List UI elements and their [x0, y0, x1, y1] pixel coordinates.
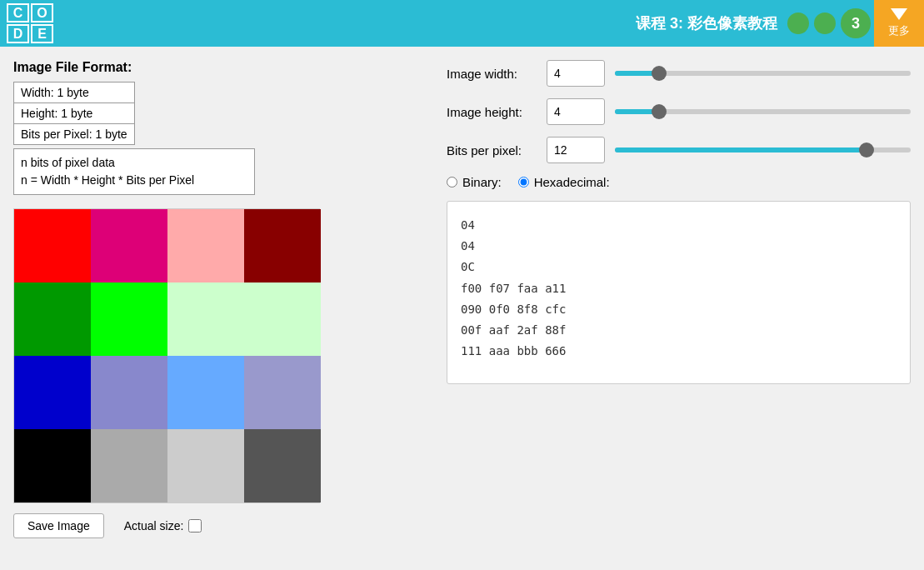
actual-size-checkbox[interactable]: [188, 519, 202, 532]
pixel-data-line1: n bits of pixel data: [21, 154, 247, 172]
main-content: Image File Format: Width: 1 byte Height:…: [0, 47, 924, 570]
more-label: 更多: [888, 23, 910, 38]
progress-dots: [787, 12, 836, 34]
dot-1: [787, 12, 809, 34]
bpp-slider-thumb[interactable]: [859, 142, 874, 158]
color-cell-4[interactable]: [14, 282, 91, 356]
width-slider-thumb[interactable]: [652, 66, 667, 81]
code-line: f00 f07 faa a11: [461, 278, 897, 299]
color-cell-13[interactable]: [91, 429, 167, 502]
format-row-height: Height: 1 byte: [14, 103, 135, 124]
logo-e: E: [31, 24, 53, 43]
color-cell-11[interactable]: [244, 356, 321, 429]
left-panel: Image File Format: Width: 1 byte Height:…: [0, 47, 433, 570]
save-image-button[interactable]: Save Image: [13, 513, 104, 538]
color-cell-0[interactable]: [14, 209, 91, 282]
bpp-control-row: Bits per pixel:: [447, 137, 911, 163]
bpp-input[interactable]: [547, 137, 605, 163]
format-row-width: Width: 1 byte: [14, 82, 135, 103]
color-cell-3[interactable]: [244, 209, 321, 282]
code-line: 04: [461, 215, 897, 236]
color-cell-2[interactable]: [167, 209, 244, 282]
color-cell-12[interactable]: [14, 429, 91, 502]
bpp-label: Bits per pixel:: [447, 143, 547, 158]
format-table: Width: 1 byte Height: 1 byte Bits per Pi…: [13, 82, 135, 145]
actual-size-control: Actual size:: [124, 519, 202, 532]
hex-radio[interactable]: [518, 177, 529, 188]
binary-label-text: Binary:: [462, 175, 502, 189]
width-slider-track[interactable]: [615, 71, 911, 76]
logo-d: D: [7, 24, 29, 43]
hex-radio-label[interactable]: Hexadecimal:: [518, 175, 610, 189]
dot-2: [814, 12, 836, 34]
code-line: 111 aaa bbb 666: [461, 341, 897, 362]
code-line: 04: [461, 236, 897, 257]
app-logo: C O D E: [7, 3, 53, 43]
actual-size-label: Actual size:: [124, 519, 184, 532]
color-cell-6[interactable]: [167, 282, 244, 356]
more-triangle-icon: [891, 8, 907, 20]
code-line: 0C: [461, 257, 897, 278]
color-cell-7[interactable]: [244, 282, 321, 356]
height-control-row: Image height:: [447, 98, 911, 125]
color-cell-10[interactable]: [167, 356, 244, 429]
logo-o: O: [31, 3, 53, 22]
pixel-data-line2: n = Width * Height * Bits per Pixel: [21, 172, 247, 189]
more-button[interactable]: 更多: [874, 0, 924, 47]
section-title: Image File Format:: [13, 60, 420, 75]
color-cell-5[interactable]: [91, 282, 167, 356]
format-row-bpp: Bits per Pixel: 1 byte: [14, 124, 135, 145]
color-grid: [13, 208, 320, 503]
bottom-controls: Save Image Actual size:: [13, 513, 420, 538]
encoding-radio-row: Binary: Hexadecimal:: [447, 175, 911, 189]
pixel-data-box: n bits of pixel data n = Width * Height …: [13, 148, 255, 195]
code-line: 090 0f0 8f8 cfc: [461, 299, 897, 320]
height-input[interactable]: [547, 98, 605, 125]
code-line: 00f aaf 2af 88f: [461, 320, 897, 341]
height-slider-track[interactable]: [615, 109, 911, 114]
binary-radio[interactable]: [447, 177, 457, 188]
color-cell-15[interactable]: [244, 429, 321, 502]
code-output: 04040Cf00 f07 faa a11090 0f0 8f8 cfc00f …: [447, 201, 911, 384]
height-label: Image height:: [447, 105, 547, 119]
right-panel: Image width: Image height: Bits per pixe…: [433, 47, 924, 570]
hex-label-text: Hexadecimal:: [534, 175, 610, 189]
width-control-row: Image width:: [447, 60, 911, 87]
binary-radio-label[interactable]: Binary:: [447, 175, 502, 189]
bpp-slider-track[interactable]: [615, 148, 911, 152]
width-input[interactable]: [547, 60, 605, 87]
header-right: 课程 3: 彩色像素教程 3 更多: [636, 0, 924, 47]
color-cell-14[interactable]: [167, 429, 244, 502]
width-label: Image width:: [447, 67, 547, 81]
color-cell-9[interactable]: [91, 356, 167, 429]
app-header: C O D E 课程 3: 彩色像素教程 3 更多: [0, 0, 924, 47]
header-title: 课程 3: 彩色像素教程: [636, 13, 777, 33]
logo-c: C: [7, 3, 29, 22]
color-cell-1[interactable]: [91, 209, 167, 282]
height-slider-thumb[interactable]: [652, 104, 667, 119]
lesson-badge: 3: [841, 8, 871, 38]
color-cell-8[interactable]: [14, 356, 91, 429]
